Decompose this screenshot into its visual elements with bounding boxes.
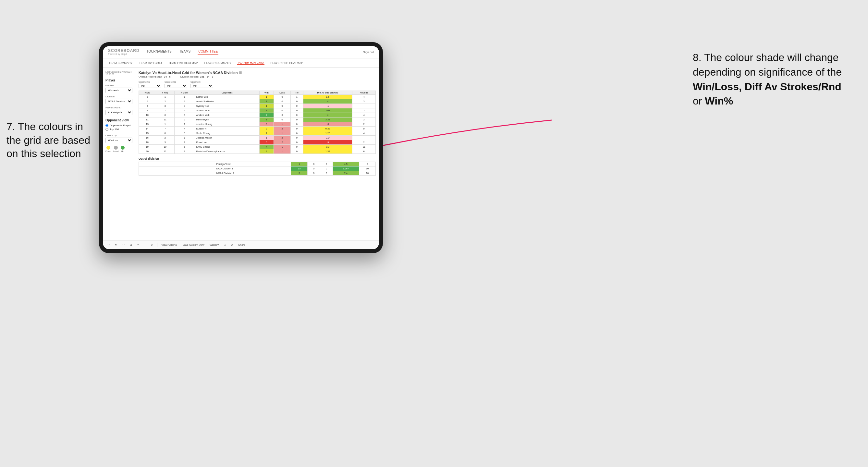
filter-opponent-select[interactable]: (All) — [190, 84, 213, 88]
grid-record: Overall Record: 353 - 34 - 6 Division Re… — [138, 75, 376, 78]
opponent-view-label: Opponent view — [105, 119, 132, 122]
table-row: NAIA Division 1 15 0 0 9.267 30 — [139, 166, 376, 171]
filter-opponents-label: Opponents: — [138, 81, 161, 83]
colour-by-label: Colour by — [105, 134, 132, 137]
sidebar-timestamp: Last Updated: 27/03/2024 16:55:38 — [105, 71, 132, 75]
tablet-frame: SCOREBOARD Powered by clippd TOURNAMENTS… — [99, 42, 383, 253]
nav-committee[interactable]: COMMITTEE — [197, 50, 218, 55]
toolbar-watch[interactable]: Watch ▾ — [208, 243, 220, 247]
nav-tournaments[interactable]: TOURNAMENTS — [146, 50, 172, 55]
col-loss: Loss — [274, 91, 291, 95]
division-label: Division — [105, 95, 132, 98]
table-row: Foreign Team 1 0 0 4.5 2 — [139, 162, 376, 166]
subnav-team-summary[interactable]: TEAM SUMMARY — [108, 61, 133, 65]
toolbar-square[interactable]: □ — [223, 243, 227, 247]
sidebar: Last Updated: 27/03/2024 16:55:38 Player… — [103, 67, 135, 240]
toolbar-view-original[interactable]: View: Original — [160, 243, 179, 247]
annotation-right-bold4: Win% — [705, 95, 733, 107]
legend-up: Up — [121, 146, 125, 153]
toolbar-save-custom[interactable]: Save Custom View — [181, 243, 206, 247]
table-row: 5 2 2 Alexis Sudjianto 1 0 0 4 3 — [139, 99, 376, 104]
grid-title: Katelyn Vo Head-to-Head Grid for Women's… — [138, 71, 376, 75]
legend-up-circle — [121, 146, 125, 150]
annotation-right-bold2: Diff Av Strokes/Rnd — [745, 81, 841, 93]
subnav-player-h2h-grid[interactable]: PLAYER H2H GRID — [237, 61, 265, 65]
subnav-team-h2h-heatmap[interactable]: TEAM H2H HEATMAP — [168, 61, 198, 65]
subnav-player-h2h-heatmap[interactable]: PLAYER H2H HEATMAP — [270, 61, 304, 65]
table-row: 11 11 2 Heejo Hyun 1 0 0 3.33 3 — [139, 118, 376, 122]
toolbar-divider — [157, 243, 157, 247]
table-row: 3 1 1 Esther Lee 1 0 1 1.5 4 — [139, 95, 376, 99]
toolbar-grid[interactable]: ⊞ — [128, 243, 133, 247]
col-diff: Diff Av Strokes/Rnd — [303, 91, 352, 95]
data-table: # Div # Reg # Conf Opponent Win Loss Tie… — [138, 91, 376, 154]
toolbar-share[interactable]: Share — [237, 243, 246, 247]
player-rank-label: Player (Rank) — [105, 106, 132, 109]
col-opponent: Opponent — [195, 91, 259, 95]
col-tie: Tie — [290, 91, 303, 95]
table-row: 6 3 3 Sydney Kuo 1 0 0 -1 — [139, 104, 376, 108]
table-row: 9 1 4 Sharon Mun 1 0 0 3.67 3 — [139, 108, 376, 113]
table-row: 16 2 1 Jessica Mason 1 2 0 -0.94 — [139, 136, 376, 140]
filter-opponent-label: Opponent — [190, 81, 213, 83]
table-row: 13 1 1 Jessica Huang 0 1 0 -3 2 — [139, 122, 376, 127]
legend-down-label: Down — [105, 150, 111, 153]
table-row: 18 3 2 Euna Lee 0 2 0 -5 2 — [139, 140, 376, 145]
filter-opponent: Opponent (All) — [190, 81, 213, 88]
filter-conference-select[interactable]: (All) — [164, 84, 187, 88]
toolbar-back[interactable]: ↩ — [121, 243, 126, 247]
division-select[interactable]: NCAA Division III — [105, 99, 132, 104]
opponent-view: Opponent view Opponents Played Top 100 — [105, 119, 132, 131]
filter-opponents-select[interactable]: (All) — [138, 84, 161, 88]
legend: Down Level Up — [105, 146, 132, 153]
table-row: 20 11 7 Federica Domenq Lacroze 2 1 0 1.… — [139, 149, 376, 154]
toolbar-cut[interactable]: ✂ — [136, 243, 141, 247]
col-rounds: Rounds — [352, 91, 376, 95]
toolbar-redo[interactable]: ↻ — [114, 243, 118, 247]
col-conf: # Conf — [174, 91, 195, 95]
radio-top100[interactable]: Top 100 — [105, 128, 132, 131]
toolbar-undo[interactable]: ↩ — [106, 243, 111, 247]
table-row: 15 8 5 Stella Cheng 1 1 0 1.25 4 — [139, 131, 376, 136]
sidebar-section-title: Player — [105, 79, 132, 82]
out-of-division-label: Out of division — [138, 157, 376, 160]
annotation-right: 8. The colour shade will change dependin… — [693, 50, 855, 108]
sign-out[interactable]: Sign out — [363, 51, 374, 54]
colour-by-select[interactable]: Win/loss — [105, 137, 132, 143]
radio-opponents-played[interactable]: Opponents Played — [105, 124, 132, 127]
nav-teams[interactable]: TEAMS — [179, 50, 191, 55]
nav-items: TOURNAMENTS TEAMS COMMITTEE — [146, 50, 363, 55]
subnav-player-summary[interactable]: PLAYER SUMMARY — [204, 61, 232, 65]
toolbar-timer[interactable]: ⏱ — [149, 243, 154, 247]
main-content: Last Updated: 27/03/2024 16:55:38 Player… — [103, 67, 379, 240]
bottom-toolbar: ↩ ↻ ↩ ⊞ ✂ · ⏱ View: Original Save Custom… — [103, 240, 379, 249]
col-div: # Div — [139, 91, 156, 95]
filter-row: Opponents: (All) Conference (All) Oppone… — [138, 81, 376, 88]
sub-nav: TEAM SUMMARY TEAM H2H GRID TEAM H2H HEAT… — [103, 58, 379, 67]
legend-up-label: Up — [121, 150, 124, 153]
logo: SCOREBOARD Powered by clippd — [108, 49, 140, 56]
player-rank-select[interactable]: 8. Katelyn Vo — [105, 110, 132, 115]
filter-conference-label: Conference — [164, 81, 187, 83]
table-row: 19 10 6 Emily Chang 4 1 0 0.3 11 — [139, 145, 376, 149]
legend-down-circle — [106, 146, 110, 150]
table-row: NCAA Division 2 5 0 0 7.4 10 — [139, 171, 376, 176]
col-win: Win — [259, 91, 274, 95]
table-row: 14 7 4 Eunice Yi 2 2 0 0.38 9 — [139, 127, 376, 131]
toolbar-plus[interactable]: ⊕ — [229, 243, 234, 247]
toolbar-dot[interactable]: · — [144, 243, 147, 247]
legend-level-label: Level — [113, 150, 119, 153]
gender-label: Gender — [105, 84, 132, 87]
top-nav: SCOREBOARD Powered by clippd TOURNAMENTS… — [103, 46, 379, 58]
colour-by: Colour by Win/loss — [105, 134, 132, 143]
gender-select[interactable]: Women's — [105, 88, 132, 93]
annotation-left: 7. The colours in the grid are based on … — [6, 120, 97, 161]
annotation-right-bold1: Win/Loss, — [693, 81, 742, 93]
tablet-screen: SCOREBOARD Powered by clippd TOURNAMENTS… — [103, 46, 379, 249]
filter-conference: Conference (All) — [164, 81, 187, 88]
subnav-team-h2h-grid[interactable]: TEAM H2H GRID — [138, 61, 162, 65]
legend-level-circle — [114, 146, 118, 150]
radio-group: Opponents Played Top 100 — [105, 124, 132, 131]
col-reg: # Reg — [156, 91, 174, 95]
filter-opponents: Opponents: (All) — [138, 81, 161, 88]
